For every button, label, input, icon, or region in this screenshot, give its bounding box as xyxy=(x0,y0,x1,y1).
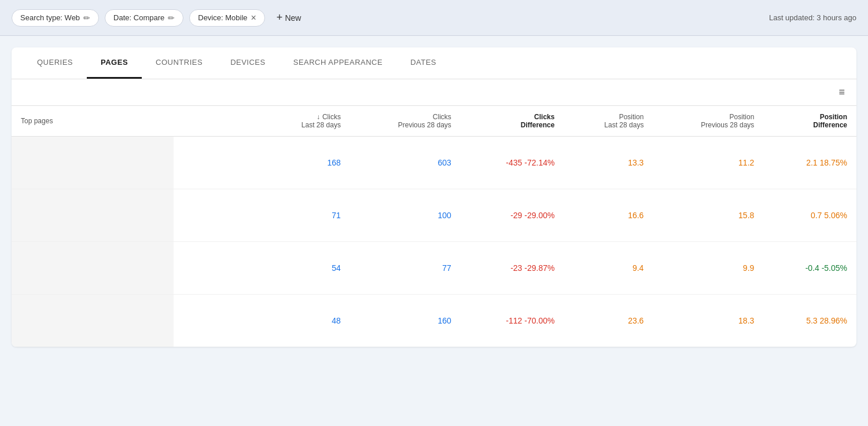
close-icon[interactable]: × xyxy=(251,13,256,23)
position-last-value: 16.6 xyxy=(564,189,653,242)
col-position-prev-label: Position xyxy=(730,113,755,121)
col-clicks-prev-sub: Previous 28 days xyxy=(398,121,451,129)
position-diff-value: 2.1 18.75% xyxy=(763,137,856,189)
clicks-last-value: 71 xyxy=(261,189,350,242)
filter-icon[interactable]: ≡ xyxy=(838,86,845,98)
date-label: Date: Compare xyxy=(113,13,164,22)
clicks-diff-value: -112 -70.00% xyxy=(461,295,564,347)
position-diff-value: 0.7 5.06% xyxy=(763,189,856,242)
clicks-prev-value: 100 xyxy=(350,189,461,242)
position-prev-value: 9.9 xyxy=(653,242,763,295)
search-type-filter[interactable]: Search type: Web ✏ xyxy=(12,9,99,27)
col-clicks-prev[interactable]: Clicks Previous 28 days xyxy=(350,106,461,137)
page-cell[interactable] xyxy=(12,295,261,347)
clicks-diff-value: -23 -29.87% xyxy=(461,242,564,295)
date-filter[interactable]: Date: Compare ✏ xyxy=(105,9,183,27)
clicks-last-value: 54 xyxy=(261,242,350,295)
edit-icon[interactable]: ✏ xyxy=(168,13,175,23)
table-row: 48160-112 -70.00%23.618.35.3 28.96% xyxy=(12,295,856,347)
device-filter[interactable]: Device: Mobile × xyxy=(189,9,265,27)
position-diff-value: -0.4 -5.05% xyxy=(763,242,856,295)
edit-icon[interactable]: ✏ xyxy=(83,13,90,23)
tab-dates[interactable]: DATES xyxy=(396,47,450,79)
position-prev-value: 11.2 xyxy=(653,137,763,189)
tab-search-appearance[interactable]: SEARCH APPEARANCE xyxy=(279,47,396,79)
col-top-pages: Top pages xyxy=(12,106,261,137)
clicks-prev-value: 77 xyxy=(350,242,461,295)
sort-arrow-icon: ↓ xyxy=(317,113,320,121)
col-top-pages-label: Top pages xyxy=(21,117,53,125)
col-clicks-last[interactable]: ↓ Clicks Last 28 days xyxy=(261,106,350,137)
col-position-last-label: Position xyxy=(619,113,644,121)
col-clicks-diff[interactable]: Clicks Difference xyxy=(461,106,564,137)
new-button[interactable]: + New xyxy=(271,8,307,27)
clicks-prev-value: 603 xyxy=(350,137,461,189)
clicks-prev-value: 160 xyxy=(350,295,461,347)
clicks-last-value: 168 xyxy=(261,137,350,189)
data-table: Top pages ↓ Clicks Last 28 days Clicks xyxy=(12,106,856,347)
clicks-diff-value: -435 -72.14% xyxy=(461,137,564,189)
col-position-prev-sub: Previous 28 days xyxy=(701,121,754,129)
tab-devices[interactable]: DEVICES xyxy=(216,47,279,79)
position-prev-value: 18.3 xyxy=(653,295,763,347)
position-last-value: 13.3 xyxy=(564,137,653,189)
page-cell[interactable] xyxy=(12,189,261,242)
col-position-last[interactable]: Position Last 28 days xyxy=(564,106,653,137)
col-position-prev[interactable]: Position Previous 28 days xyxy=(653,106,763,137)
search-type-label: Search type: Web xyxy=(20,13,80,22)
col-position-diff[interactable]: Position Difference xyxy=(763,106,856,137)
col-clicks-last-label: Clicks xyxy=(322,113,341,121)
tab-pages[interactable]: PAGES xyxy=(87,47,142,79)
top-bar: Search type: Web ✏ Date: Compare ✏ Devic… xyxy=(0,0,868,36)
main-content: QUERIES PAGES COUNTRIES DEVICES SEARCH A… xyxy=(12,47,856,347)
tab-countries[interactable]: COUNTRIES xyxy=(142,47,216,79)
table-row: 5477-23 -29.87%9.49.9-0.4 -5.05% xyxy=(12,242,856,295)
page-cell[interactable] xyxy=(12,242,261,295)
table-toolbar: ≡ xyxy=(12,79,856,106)
last-updated: Last updated: 3 hours ago xyxy=(769,13,856,22)
col-clicks-prev-label: Clicks xyxy=(433,113,451,121)
clicks-diff-value: -29 -29.00% xyxy=(461,189,564,242)
device-label: Device: Mobile xyxy=(198,13,247,22)
col-clicks-diff-sub: Difference xyxy=(521,121,555,129)
clicks-last-value: 48 xyxy=(261,295,350,347)
tabs-nav: QUERIES PAGES COUNTRIES DEVICES SEARCH A… xyxy=(12,47,856,79)
position-last-value: 9.4 xyxy=(564,242,653,295)
col-clicks-last-sub: Last 28 days xyxy=(301,121,341,129)
new-label: New xyxy=(285,13,301,23)
position-prev-value: 15.8 xyxy=(653,189,763,242)
col-position-diff-label: Position xyxy=(820,113,847,121)
plus-icon: + xyxy=(277,12,283,24)
tab-queries[interactable]: QUERIES xyxy=(23,47,87,79)
table-row: 168603-435 -72.14%13.311.22.1 18.75% xyxy=(12,137,856,189)
page-cell[interactable] xyxy=(12,137,261,189)
table-row: 71100-29 -29.00%16.615.80.7 5.06% xyxy=(12,189,856,242)
position-last-value: 23.6 xyxy=(564,295,653,347)
col-position-last-sub: Last 28 days xyxy=(604,121,643,129)
col-position-diff-sub: Difference xyxy=(813,121,847,129)
position-diff-value: 5.3 28.96% xyxy=(763,295,856,347)
col-clicks-diff-label: Clicks xyxy=(534,113,554,121)
